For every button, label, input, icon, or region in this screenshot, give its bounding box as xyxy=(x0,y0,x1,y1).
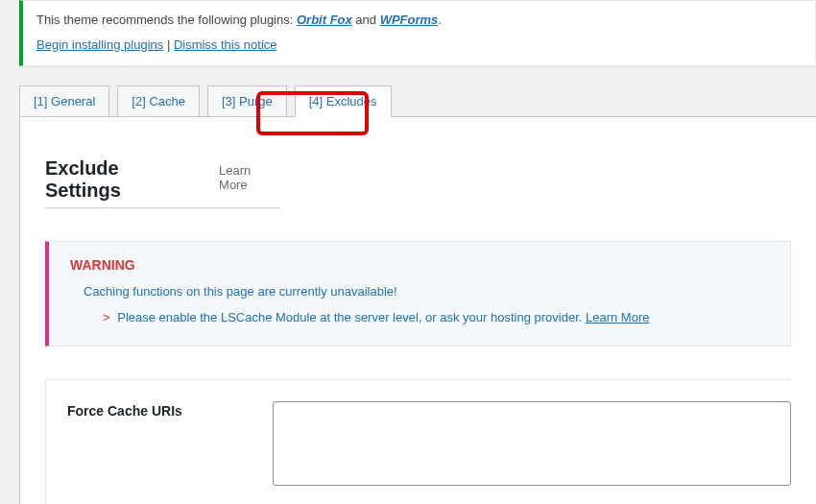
warning-title: WARNING xyxy=(70,257,769,273)
force-cache-uris-field: Force Cache URIs xyxy=(45,379,791,504)
warning-line-2: > Please enable the LSCache Module at th… xyxy=(103,310,769,324)
learn-more-heading[interactable]: Learn More xyxy=(219,163,280,192)
page-title: Exclude Settings xyxy=(45,157,194,202)
settings-tabs: [1] General [2] Cache [3] Purge [4] Excl… xyxy=(19,85,816,117)
force-cache-uris-input-wrap xyxy=(273,401,791,489)
notice-line-2: Begin installing plugins | Dismiss this … xyxy=(36,36,802,55)
warning-box: WARNING Caching functions on this page a… xyxy=(45,241,791,347)
heading-row: Exclude Settings Learn More xyxy=(45,157,280,208)
force-cache-uris-label: Force Cache URIs xyxy=(67,401,250,419)
notice-prefix: This theme recommends the following plug… xyxy=(36,12,297,27)
notice-line-1: This theme recommends the following plug… xyxy=(36,11,802,30)
force-cache-uris-textarea[interactable] xyxy=(273,401,791,486)
dismiss-notice-link[interactable]: Dismiss this notice xyxy=(174,37,277,52)
plugin-recommendation-notice: This theme recommends the following plug… xyxy=(19,0,816,66)
tab-purge[interactable]: [3] Purge xyxy=(207,85,287,117)
warning-gt: > xyxy=(103,310,110,324)
settings-panel: Exclude Settings Learn More WARNING Cach… xyxy=(19,116,816,504)
plugin-link-wpforms[interactable]: WPForms xyxy=(380,12,439,27)
plugin-link-orbit-fox[interactable]: Orbit Fox xyxy=(297,12,352,27)
tab-cache[interactable]: [2] Cache xyxy=(117,85,200,117)
tab-general[interactable]: [1] General xyxy=(19,85,109,117)
tab-excludes[interactable]: [4] Excludes xyxy=(295,85,392,117)
warning-learn-more-link[interactable]: Learn More xyxy=(586,310,649,324)
warning-line-1: Caching functions on this page are curre… xyxy=(84,284,769,299)
warning-text: Please enable the LSCache Module at the … xyxy=(117,310,586,324)
begin-installing-link[interactable]: Begin installing plugins xyxy=(36,37,163,52)
